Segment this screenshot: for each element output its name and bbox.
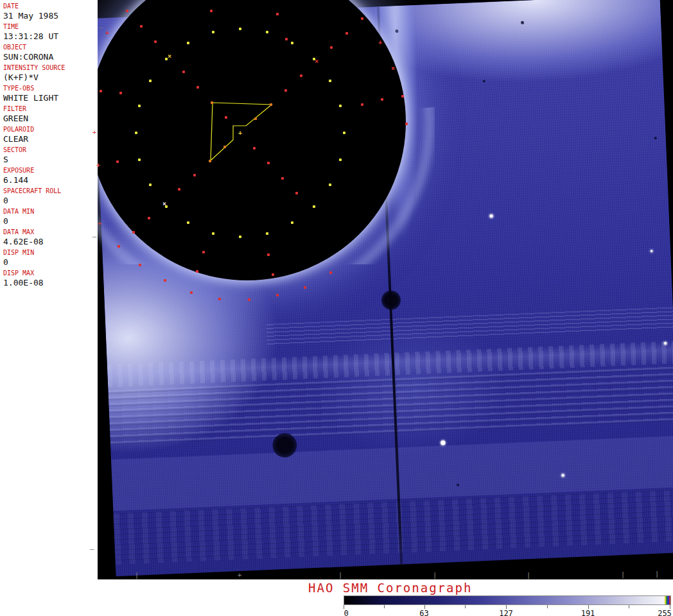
footer-bar: HAO SMM Coronagraph 063127191255 <box>0 579 673 616</box>
field-value-type-obs: WHITE LIGHT <box>3 92 98 103</box>
field-value-filter: GREEN <box>3 113 98 124</box>
metadata-sidebar: DATE31 May 1985TIME13:31:28 UTOBJECTSUN:… <box>0 0 98 616</box>
fiducial-dot-red <box>119 92 122 94</box>
fiducial-dot-red <box>405 123 408 125</box>
coronagraph-image-area[interactable]: +×××++× <box>98 0 673 579</box>
edge-tick: | <box>135 572 139 579</box>
metadata-field-type-obs: TYPE-OBSWHITE LIGHT <box>0 84 98 105</box>
fiducial-dot-red <box>285 38 288 40</box>
field-label-filter: FILTER <box>3 105 98 113</box>
fiducial-dot-red <box>210 10 213 12</box>
field-value-time: 13:31:28 UT <box>3 31 98 42</box>
metadata-field-data-min: DATA MIN0 <box>0 207 98 228</box>
fiducial-dot-red <box>154 40 157 43</box>
field-value-exposure: 6.144 <box>3 175 98 185</box>
sun-center-marker: + <box>238 130 242 136</box>
limb-dot-yellow <box>266 31 268 33</box>
metadata-field-polaroid: POLAROIDCLEAR <box>0 125 98 146</box>
fiducial-dot-orange <box>209 160 211 162</box>
field-value-sector: S <box>3 154 98 165</box>
edge-tick: + <box>92 130 97 136</box>
colorbar[interactable] <box>344 595 671 605</box>
colorbar-tick-label: 63 <box>419 609 428 616</box>
fiducial-dot-orange <box>223 146 226 148</box>
fiducial-dot-orange <box>254 117 257 120</box>
fiducial-dot-red <box>345 32 348 35</box>
field-label-time: TIME <box>3 22 98 31</box>
edge-tick: | <box>433 572 437 579</box>
fiducial-dot-red <box>381 98 383 101</box>
field-label-polaroid: POLAROID <box>3 125 98 133</box>
fiducial-dot-red <box>126 10 128 12</box>
field-value-disp-min: 0 <box>3 257 98 268</box>
fiducial-dot-orange <box>270 103 272 106</box>
limb-dot-yellow <box>135 132 137 134</box>
limb-dot-yellow <box>149 80 152 82</box>
edge-tick: – <box>90 546 94 552</box>
edge-tick: | <box>338 572 343 579</box>
fiducial-dot-red <box>267 162 270 164</box>
metadata-field-date: DATE31 May 1985 <box>0 0 98 22</box>
fiducial-dot-red <box>276 13 279 15</box>
fiducial-dot-red <box>272 273 274 276</box>
fiducial-dot-red <box>281 177 284 180</box>
metadata-field-filter: FILTERGREEN <box>0 105 98 125</box>
fiducial-dot-red <box>132 231 135 234</box>
fiducial-dot-red <box>193 174 196 176</box>
limb-dot-yellow <box>212 31 214 33</box>
axis-marker: + <box>378 39 382 46</box>
fiducial-dot-red <box>218 298 221 300</box>
fiducial-dot-red <box>190 291 193 294</box>
edge-tick: + <box>98 221 102 227</box>
field-label-disp-min: DISP MIN <box>3 248 98 257</box>
edge-tick: + <box>96 162 101 169</box>
field-value-spacecraft-roll: 0 <box>3 195 98 206</box>
metadata-field-spacecraft-roll: SPACECRAFT ROLL0 <box>0 187 98 207</box>
limb-dot-yellow <box>339 105 342 107</box>
field-value-data-min: 0 <box>3 216 98 227</box>
fiducial-dot-red <box>295 192 298 194</box>
fiducial-dot-red <box>361 103 363 106</box>
fiducial-dot-red <box>148 217 150 219</box>
field-label-type-obs: TYPE-OBS <box>3 84 98 92</box>
colorbar-tick-label: 127 <box>499 609 513 616</box>
pointing-overlay <box>98 0 673 579</box>
limb-dot-yellow <box>339 158 342 161</box>
limb-dot-yellow <box>343 132 345 134</box>
fiducial-dot-red <box>118 245 120 248</box>
colorbar-saturation-stripe <box>669 596 670 604</box>
limb-dot-yellow <box>138 105 141 107</box>
field-label-intensity-source: INTENSITY SOURCE <box>3 64 98 72</box>
limb-dot-yellow <box>212 232 214 235</box>
fiducial-dot-red <box>276 294 279 296</box>
field-label-object: OBJECT <box>3 43 98 51</box>
fiducial-dot-red <box>164 279 166 282</box>
field-label-date: DATE <box>3 2 98 10</box>
fiducial-dot-red <box>267 253 270 256</box>
axis-marker: × <box>168 53 171 60</box>
limb-dot-yellow <box>239 28 241 30</box>
field-label-disp-max: DISP MAX <box>3 269 98 277</box>
colorbar-tick-label: 191 <box>581 609 595 616</box>
fiducial-dot-red <box>116 160 119 163</box>
field-label-sector: SECTOR <box>3 146 98 154</box>
fiducial-dot-red <box>253 147 256 150</box>
image-title: HAO SMM Coronagraph <box>308 581 472 595</box>
metadata-field-intensity-source: INTENSITY SOURCE(K+F)*V <box>0 64 98 84</box>
limb-dot-yellow <box>291 221 293 224</box>
limb-dot-yellow <box>149 184 152 186</box>
limb-dot-yellow <box>187 42 189 44</box>
fiducial-dot-red <box>197 86 199 89</box>
field-value-intensity-source: (K+F)*V <box>3 72 98 83</box>
field-label-data-max: DATA MAX <box>3 228 98 236</box>
field-label-exposure: EXPOSURE <box>3 166 98 175</box>
edge-tick: | <box>655 571 660 578</box>
fiducial-dot-red <box>330 46 333 49</box>
fiducial-dot-red <box>329 271 332 274</box>
fiducial-dot-red <box>300 74 302 77</box>
metadata-field-time: TIME13:31:28 UT <box>0 22 98 43</box>
fiducial-dot-red <box>182 71 185 73</box>
edge-tick: | <box>621 572 625 578</box>
fiducial-dot-red <box>284 89 287 92</box>
metadata-field-disp-max: DISP MAX1.00E-08 <box>0 269 98 289</box>
